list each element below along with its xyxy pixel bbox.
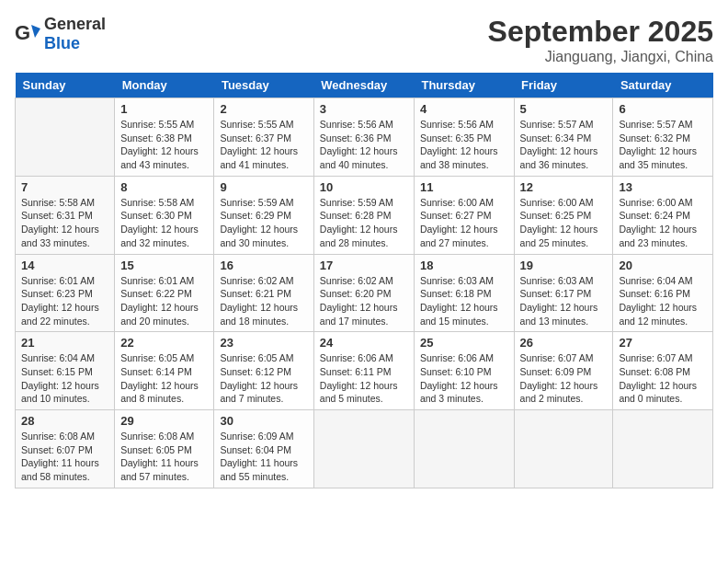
day-info: Sunrise: 6:02 AMSunset: 6:21 PMDaylight:…	[220, 274, 307, 328]
day-cell-22: 22Sunrise: 6:05 AMSunset: 6:14 PMDayligh…	[115, 332, 214, 410]
day-number: 28	[21, 414, 108, 428]
day-cell-11: 11Sunrise: 6:00 AMSunset: 6:27 PMDayligh…	[414, 176, 514, 254]
empty-cell	[414, 410, 514, 488]
day-info: Sunrise: 5:57 AMSunset: 6:32 PMDaylight:…	[619, 118, 707, 172]
day-cell-8: 8Sunrise: 5:58 AMSunset: 6:30 PMDaylight…	[115, 176, 214, 254]
week-row-2: 7Sunrise: 5:58 AMSunset: 6:31 PMDaylight…	[16, 176, 713, 254]
day-cell-20: 20Sunrise: 6:04 AMSunset: 6:16 PMDayligh…	[613, 254, 713, 332]
day-info: Sunrise: 6:01 AMSunset: 6:23 PMDaylight:…	[21, 274, 108, 328]
day-cell-10: 10Sunrise: 5:59 AMSunset: 6:28 PMDayligh…	[313, 176, 414, 254]
day-info: Sunrise: 5:58 AMSunset: 6:31 PMDaylight:…	[21, 196, 108, 250]
day-cell-3: 3Sunrise: 5:56 AMSunset: 6:36 PMDaylight…	[313, 98, 414, 177]
logo: G General Blue	[15, 15, 106, 53]
day-number: 27	[619, 336, 707, 350]
logo-icon: G	[15, 21, 40, 47]
day-cell-2: 2Sunrise: 5:55 AMSunset: 6:37 PMDaylight…	[214, 98, 313, 177]
day-info: Sunrise: 6:03 AMSunset: 6:17 PMDaylight:…	[520, 274, 608, 328]
day-info: Sunrise: 6:06 AMSunset: 6:11 PMDaylight:…	[320, 351, 408, 406]
day-info: Sunrise: 6:04 AMSunset: 6:16 PMDaylight:…	[619, 274, 707, 328]
day-cell-28: 28Sunrise: 6:08 AMSunset: 6:07 PMDayligh…	[16, 410, 115, 488]
day-cell-26: 26Sunrise: 6:07 AMSunset: 6:09 PMDayligh…	[514, 332, 613, 410]
day-number: 10	[320, 180, 408, 194]
day-info: Sunrise: 5:59 AMSunset: 6:28 PMDaylight:…	[320, 196, 408, 250]
day-info: Sunrise: 6:07 AMSunset: 6:09 PMDaylight:…	[520, 351, 608, 406]
day-number: 1	[120, 102, 208, 116]
day-info: Sunrise: 6:08 AMSunset: 6:05 PMDaylight:…	[120, 430, 208, 484]
day-cell-19: 19Sunrise: 6:03 AMSunset: 6:17 PMDayligh…	[514, 254, 613, 332]
day-cell-7: 7Sunrise: 5:58 AMSunset: 6:31 PMDaylight…	[16, 176, 115, 254]
week-row-3: 14Sunrise: 6:01 AMSunset: 6:23 PMDayligh…	[16, 254, 713, 332]
day-number: 29	[120, 414, 208, 428]
day-number: 15	[120, 259, 208, 272]
day-number: 17	[320, 259, 408, 272]
day-number: 7	[21, 180, 108, 194]
day-info: Sunrise: 6:07 AMSunset: 6:08 PMDaylight:…	[619, 351, 707, 406]
day-cell-29: 29Sunrise: 6:08 AMSunset: 6:05 PMDayligh…	[115, 410, 214, 488]
day-cell-1: 1Sunrise: 5:55 AMSunset: 6:38 PMDaylight…	[115, 98, 214, 177]
day-number: 12	[520, 180, 608, 194]
week-row-1: 1Sunrise: 5:55 AMSunset: 6:38 PMDaylight…	[16, 98, 713, 177]
day-info: Sunrise: 5:55 AMSunset: 6:37 PMDaylight:…	[220, 118, 307, 172]
day-cell-14: 14Sunrise: 6:01 AMSunset: 6:23 PMDayligh…	[16, 254, 115, 332]
day-number: 4	[420, 102, 508, 116]
day-info: Sunrise: 5:58 AMSunset: 6:30 PMDaylight:…	[120, 196, 208, 250]
day-number: 6	[619, 102, 707, 116]
day-info: Sunrise: 6:02 AMSunset: 6:20 PMDaylight:…	[320, 274, 408, 328]
weekday-header-friday: Friday	[514, 73, 613, 98]
day-number: 11	[420, 180, 508, 194]
weekday-header-sunday: Sunday	[16, 73, 115, 98]
day-number: 3	[320, 102, 408, 116]
day-number: 16	[220, 259, 307, 272]
day-info: Sunrise: 5:56 AMSunset: 6:35 PMDaylight:…	[420, 118, 508, 172]
calendar-table: SundayMondayTuesdayWednesdayThursdayFrid…	[15, 73, 713, 488]
day-number: 14	[21, 259, 108, 272]
weekday-header-wednesday: Wednesday	[313, 73, 414, 98]
day-info: Sunrise: 5:59 AMSunset: 6:29 PMDaylight:…	[220, 196, 307, 250]
day-info: Sunrise: 6:05 AMSunset: 6:12 PMDaylight:…	[220, 351, 307, 406]
day-info: Sunrise: 6:00 AMSunset: 6:27 PMDaylight:…	[420, 196, 508, 250]
day-number: 2	[220, 102, 307, 116]
day-number: 13	[619, 180, 707, 194]
header: G General Blue September 2025 Jianguang,…	[15, 15, 713, 65]
day-cell-9: 9Sunrise: 5:59 AMSunset: 6:29 PMDaylight…	[214, 176, 313, 254]
day-info: Sunrise: 6:01 AMSunset: 6:22 PMDaylight:…	[120, 274, 208, 328]
day-cell-23: 23Sunrise: 6:05 AMSunset: 6:12 PMDayligh…	[214, 332, 313, 410]
day-info: Sunrise: 6:03 AMSunset: 6:18 PMDaylight:…	[420, 274, 508, 328]
month-title: September 2025	[488, 15, 713, 49]
day-cell-18: 18Sunrise: 6:03 AMSunset: 6:18 PMDayligh…	[414, 254, 514, 332]
day-cell-27: 27Sunrise: 6:07 AMSunset: 6:08 PMDayligh…	[613, 332, 713, 410]
day-number: 23	[220, 336, 307, 350]
weekday-header-row: SundayMondayTuesdayWednesdayThursdayFrid…	[16, 73, 713, 98]
day-number: 24	[320, 336, 408, 350]
svg-text:G: G	[15, 21, 30, 44]
title-area: September 2025 Jianguang, Jiangxi, China	[488, 15, 713, 65]
day-number: 30	[220, 414, 307, 428]
day-cell-16: 16Sunrise: 6:02 AMSunset: 6:21 PMDayligh…	[214, 254, 313, 332]
day-number: 19	[520, 259, 608, 272]
day-info: Sunrise: 5:57 AMSunset: 6:34 PMDaylight:…	[520, 118, 608, 172]
day-info: Sunrise: 5:55 AMSunset: 6:38 PMDaylight:…	[120, 118, 208, 172]
week-row-4: 21Sunrise: 6:04 AMSunset: 6:15 PMDayligh…	[16, 332, 713, 410]
weekday-header-saturday: Saturday	[613, 73, 713, 98]
day-info: Sunrise: 6:05 AMSunset: 6:14 PMDaylight:…	[120, 351, 208, 406]
day-number: 26	[520, 336, 608, 350]
day-cell-13: 13Sunrise: 6:00 AMSunset: 6:24 PMDayligh…	[613, 176, 713, 254]
day-number: 9	[220, 180, 307, 194]
logo-general-text: General	[44, 15, 106, 33]
day-info: Sunrise: 6:00 AMSunset: 6:25 PMDaylight:…	[520, 196, 608, 250]
weekday-header-thursday: Thursday	[414, 73, 514, 98]
week-row-5: 28Sunrise: 6:08 AMSunset: 6:07 PMDayligh…	[16, 410, 713, 488]
day-cell-4: 4Sunrise: 5:56 AMSunset: 6:35 PMDaylight…	[414, 98, 514, 177]
day-cell-5: 5Sunrise: 5:57 AMSunset: 6:34 PMDaylight…	[514, 98, 613, 177]
day-number: 25	[420, 336, 508, 350]
day-cell-24: 24Sunrise: 6:06 AMSunset: 6:11 PMDayligh…	[313, 332, 414, 410]
svg-marker-1	[31, 25, 40, 38]
day-cell-15: 15Sunrise: 6:01 AMSunset: 6:22 PMDayligh…	[115, 254, 214, 332]
empty-cell	[514, 410, 613, 488]
day-number: 20	[619, 259, 707, 272]
day-cell-12: 12Sunrise: 6:00 AMSunset: 6:25 PMDayligh…	[514, 176, 613, 254]
day-cell-17: 17Sunrise: 6:02 AMSunset: 6:20 PMDayligh…	[313, 254, 414, 332]
empty-cell	[16, 98, 115, 177]
weekday-header-tuesday: Tuesday	[214, 73, 313, 98]
day-info: Sunrise: 5:56 AMSunset: 6:36 PMDaylight:…	[320, 118, 408, 172]
